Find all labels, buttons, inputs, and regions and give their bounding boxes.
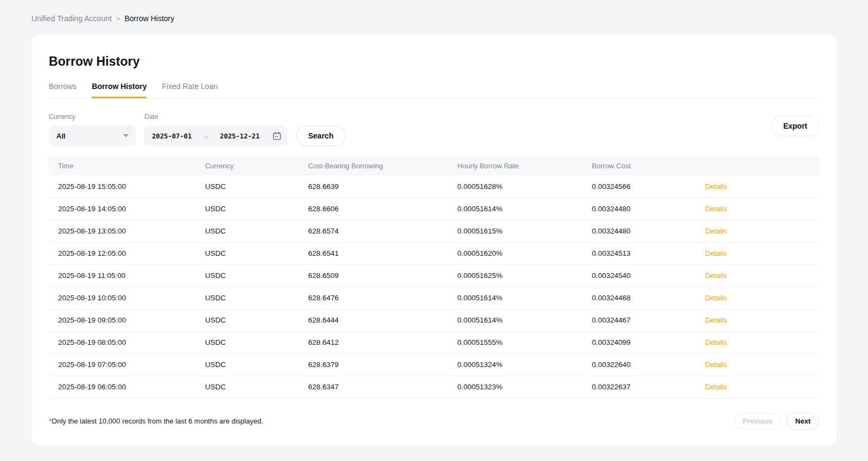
search-button[interactable]: Search (296, 125, 346, 146)
table-row: 2025-08-19 10:05:00 USDC 628.6476 0.0005… (49, 287, 819, 309)
cell-time: 2025-08-19 08:05:00 (49, 331, 205, 353)
tab-borrow-history[interactable]: Borrow History (92, 82, 146, 98)
date-label: Date (144, 113, 288, 121)
cell-currency: USDC (205, 331, 308, 353)
cell-currency: USDC (205, 198, 308, 220)
cell-borrow-cost: 0.00324467 (592, 309, 705, 331)
cell-time: 2025-08-19 12:05:00 (49, 242, 205, 264)
column-header-actions (705, 156, 819, 175)
chevron-down-icon (123, 134, 129, 137)
cell-hourly-borrow-rate: 0.00051628% (457, 175, 592, 198)
cell-currency: USDC (205, 376, 308, 398)
cell-borrow-cost: 0.00324566 (592, 175, 705, 198)
cell-currency: USDC (205, 220, 308, 242)
cell-actions: Details (705, 242, 819, 264)
cell-hourly-borrow-rate: 0.00051620% (457, 242, 592, 264)
cell-hourly-borrow-rate: 0.00051323% (457, 376, 592, 398)
currency-selected-value: All (56, 132, 66, 140)
tab-borrows[interactable]: Borrows (49, 82, 76, 98)
cell-time: 2025-08-19 15:05:00 (49, 175, 205, 198)
cell-cost-bearing-borrowing: 628.6574 (308, 220, 457, 242)
cell-hourly-borrow-rate: 0.00051324% (457, 353, 592, 376)
column-header-currency: Currency (205, 156, 308, 175)
export-button[interactable]: Export (771, 116, 819, 136)
table-row: 2025-08-19 07:05:00 USDC 628.6379 0.0005… (49, 353, 819, 376)
date-end-value: 2025-12-21 (220, 132, 259, 140)
cell-actions: Details (705, 220, 819, 242)
cell-cost-bearing-borrowing: 628.6412 (308, 331, 457, 353)
cell-actions: Details (705, 331, 819, 353)
cell-actions: Details (705, 309, 819, 331)
column-header-time: Time (49, 156, 205, 175)
date-range-picker[interactable]: 2025-07-01 → 2025-12-21 (144, 125, 288, 146)
table-row: 2025-08-19 06:05:00 USDC 628.6347 0.0005… (49, 376, 819, 398)
note-text: Only the latest 10,000 records from the … (52, 417, 263, 425)
cell-currency: USDC (205, 242, 308, 264)
cell-actions: Details (705, 175, 819, 198)
cell-hourly-borrow-rate: 0.00051555% (457, 331, 592, 353)
cell-currency: USDC (205, 175, 308, 198)
cell-cost-bearing-borrowing: 628.6347 (308, 376, 457, 398)
currency-label: Currency (49, 113, 136, 121)
pagination: Previous Next (734, 413, 819, 430)
table-row: 2025-08-19 09:05:00 USDC 628.6444 0.0005… (49, 309, 819, 331)
table-row: 2025-08-19 11:05:00 USDC 628.6509 0.0005… (49, 264, 819, 287)
details-link[interactable]: Details (705, 294, 727, 302)
cell-actions: Details (705, 353, 819, 376)
calendar-icon (272, 131, 282, 141)
cell-currency: USDC (205, 287, 308, 309)
table-row: 2025-08-19 15:05:00 USDC 628.6639 0.0005… (49, 175, 819, 198)
date-filter-group: Date 2025-07-01 → 2025-12-21 (144, 113, 288, 146)
details-link[interactable]: Details (705, 361, 727, 369)
cell-borrow-cost: 0.00324540 (592, 264, 705, 287)
previous-button[interactable]: Previous (734, 413, 781, 430)
cell-borrow-cost: 0.00324513 (592, 242, 705, 264)
details-link[interactable]: Details (705, 249, 727, 257)
column-header-borrow-cost: Borrow Cost (592, 156, 705, 175)
table-row: 2025-08-19 13:05:00 USDC 628.6574 0.0005… (49, 220, 819, 242)
cell-actions: Details (705, 376, 819, 398)
breadcrumb-current: Borrow History (124, 14, 174, 23)
cell-hourly-borrow-rate: 0.00051614% (457, 198, 592, 220)
details-link[interactable]: Details (705, 205, 727, 213)
cell-actions: Details (705, 264, 819, 287)
cell-actions: Details (705, 287, 819, 309)
borrow-history-card: Borrow History Borrows Borrow History Fi… (31, 35, 837, 445)
cell-hourly-borrow-rate: 0.00051614% (457, 287, 592, 309)
cell-cost-bearing-borrowing: 628.6606 (308, 198, 457, 220)
breadcrumb: Unified Trading Account > Borrow History (0, 0, 868, 30)
details-link[interactable]: Details (705, 338, 727, 346)
cell-actions: Details (705, 198, 819, 220)
cell-cost-bearing-borrowing: 628.6379 (308, 353, 457, 376)
details-link[interactable]: Details (705, 316, 727, 324)
details-link[interactable]: Details (705, 182, 727, 191)
breadcrumb-separator-icon: > (116, 15, 120, 23)
cell-cost-bearing-borrowing: 628.6541 (308, 242, 457, 264)
table-footer: *Only the latest 10,000 records from the… (49, 413, 819, 430)
cell-time: 2025-08-19 07:05:00 (49, 353, 205, 376)
details-link[interactable]: Details (705, 227, 727, 235)
records-note: *Only the latest 10,000 records from the… (49, 417, 263, 425)
cell-cost-bearing-borrowing: 628.6639 (308, 175, 457, 198)
next-button[interactable]: Next (787, 413, 819, 430)
cell-cost-bearing-borrowing: 628.6509 (308, 264, 457, 287)
currency-select[interactable]: All (49, 125, 136, 146)
tab-bar: Borrows Borrow History Fixed Rate Loan (49, 82, 819, 99)
borrow-history-table: Time Currency Cost-Bearing Borrowing Hou… (49, 156, 819, 399)
cell-borrow-cost: 0.00324480 (592, 198, 705, 220)
cell-hourly-borrow-rate: 0.00051614% (457, 309, 592, 331)
details-link[interactable]: Details (705, 271, 727, 280)
cell-hourly-borrow-rate: 0.00051625% (457, 264, 592, 287)
tab-fixed-rate-loan[interactable]: Fixed Rate Loan (162, 82, 218, 98)
details-link[interactable]: Details (705, 383, 727, 391)
cell-time: 2025-08-19 11:05:00 (49, 264, 205, 287)
column-header-hourly-borrow-rate: Hourly Borrow Rate (457, 156, 592, 175)
breadcrumb-parent-link[interactable]: Unified Trading Account (31, 14, 112, 23)
cell-cost-bearing-borrowing: 628.6476 (308, 287, 457, 309)
cell-currency: USDC (205, 264, 308, 287)
cell-hourly-borrow-rate: 0.00051615% (457, 220, 592, 242)
cell-time: 2025-08-19 14:05:00 (49, 198, 205, 220)
cell-currency: USDC (205, 353, 308, 376)
cell-time: 2025-08-19 10:05:00 (49, 287, 205, 309)
table-row: 2025-08-19 14:05:00 USDC 628.6606 0.0005… (49, 198, 819, 220)
